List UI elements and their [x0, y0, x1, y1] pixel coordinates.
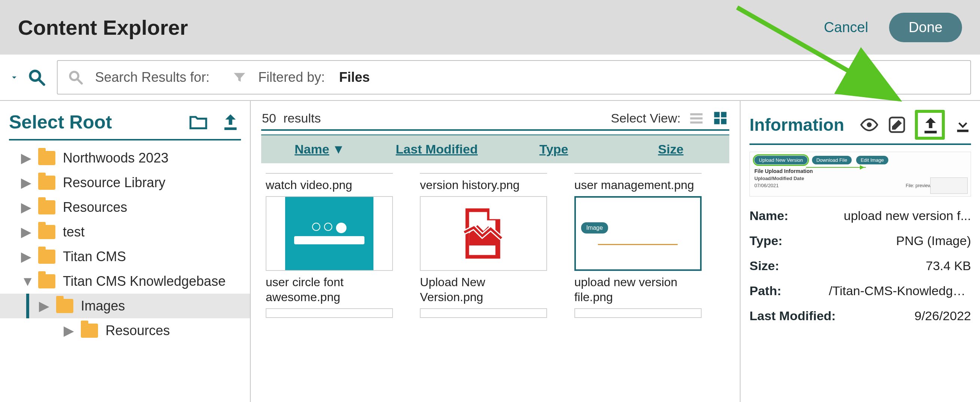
preview-date-label: Upload/Modified Date [754, 176, 804, 181]
file-card[interactable]: user circle font awesome.png [266, 196, 416, 304]
svg-rect-8 [714, 112, 720, 118]
file-thumbnail [266, 308, 393, 318]
expand-icon[interactable]: ▶ [39, 298, 49, 314]
dialog-actions: Cancel Done [824, 13, 962, 42]
new-folder-icon[interactable] [188, 112, 209, 133]
dialog-header: Content Explorer Cancel Done [0, 0, 980, 55]
preview-file-label: File: [906, 183, 915, 188]
file-label: user circle font awesome.png [266, 275, 393, 304]
info-key: Size: [749, 258, 779, 273]
filter-dropdown-caret-icon[interactable] [9, 72, 19, 82]
folder-icon [38, 225, 56, 239]
preview-icon[interactable] [859, 115, 879, 135]
file-label: watch video.png [266, 177, 352, 192]
info-key: Last Modified: [749, 309, 835, 323]
file-thumbnail [574, 308, 702, 318]
tree-item-label: Resource Library [63, 175, 165, 190]
search-icon[interactable] [27, 68, 46, 87]
search-results-label: Search Results for: [95, 70, 210, 85]
svg-rect-7 [690, 122, 703, 123]
dialog-title: Content Explorer [18, 15, 188, 40]
info-row-size: Size: 73.4 KB [749, 253, 971, 279]
file-thumbnail [420, 196, 547, 271]
tree-item-resource-library[interactable]: ▶ Resource Library [0, 170, 250, 195]
expand-icon[interactable]: ▶ [21, 224, 31, 240]
expand-icon[interactable]: ▶ [21, 175, 31, 190]
info-head: Information [741, 101, 980, 144]
column-type[interactable]: Type [495, 142, 612, 157]
results-grid: watch video.png version history.png user… [251, 163, 740, 325]
done-button[interactable]: Done [889, 13, 962, 42]
preview-upload-pill: Upload New Version [754, 156, 808, 165]
tree-item-resources-child[interactable]: ▶ Resources [0, 318, 250, 343]
file-card[interactable]: user management.png [574, 167, 725, 192]
tree-item-label: Titan CMS Knowledgebase [63, 274, 226, 289]
collapse-icon[interactable]: ▼ [21, 274, 31, 289]
results-head: 50 results Select View: [251, 101, 740, 129]
expand-icon[interactable]: ▶ [21, 199, 31, 215]
tree-item-titan-cms[interactable]: ▶ Titan CMS [0, 244, 250, 269]
info-divider [749, 144, 971, 145]
file-card[interactable]: Upload New Version.png [420, 196, 570, 304]
list-view-icon[interactable] [688, 110, 705, 126]
results-count-label: results [283, 111, 321, 125]
info-panel: Information Upload New V [741, 101, 980, 402]
tree-item-test[interactable]: ▶ test [0, 220, 250, 244]
folder-icon [38, 151, 56, 165]
select-view-label: Select View: [611, 111, 681, 125]
grid-view-icon[interactable] [712, 110, 729, 126]
upload-icon[interactable] [220, 112, 241, 133]
info-row-last-modified: Last Modified: 9/26/2022 [749, 303, 971, 328]
file-card[interactable] [266, 308, 416, 318]
search-controls [9, 68, 46, 87]
svg-rect-9 [721, 112, 727, 118]
file-thumbnail [574, 167, 702, 174]
info-action-icons [859, 110, 972, 140]
column-last-modified[interactable]: Last Modified [378, 142, 495, 157]
broken-image-icon [453, 204, 513, 263]
svg-rect-6 [690, 117, 703, 120]
mini-pill: Image [581, 222, 608, 234]
results-count: 50 results [262, 111, 321, 125]
tree-divider [9, 139, 241, 141]
expand-icon[interactable]: ▶ [21, 150, 31, 166]
download-icon[interactable] [953, 115, 972, 135]
file-label: user management.png [574, 177, 694, 192]
tree-item-label: Northwoods 2023 [63, 150, 169, 166]
file-card[interactable] [420, 308, 570, 318]
tree-item-images[interactable]: ▶ Images [0, 294, 250, 318]
search-input[interactable]: Search Results for: Filtered by: Files [57, 60, 971, 95]
folder-icon [38, 200, 56, 214]
file-card[interactable]: Image upload new version file.png [574, 196, 725, 304]
filter-icon[interactable] [232, 70, 247, 85]
results-count-number: 50 [262, 111, 276, 125]
svg-line-1 [39, 80, 44, 85]
upload-new-version-highlight [915, 110, 945, 140]
tree-item-titan-cms-knowledgebase[interactable]: ▼ Titan CMS Knowledgebase [0, 269, 250, 294]
cancel-button[interactable]: Cancel [824, 19, 868, 35]
info-key: Type: [749, 234, 783, 248]
svg-point-12 [867, 123, 872, 127]
info-value: /Titan-CMS-Knowledgebase/... [829, 283, 971, 298]
edit-icon[interactable] [887, 115, 907, 135]
filter-value: Files [339, 70, 370, 85]
file-card[interactable]: version history.png [420, 167, 570, 192]
preview-mini-thumb [930, 177, 968, 194]
column-size[interactable]: Size [612, 142, 729, 157]
svg-rect-14 [924, 131, 937, 133]
expand-icon[interactable]: ▶ [21, 249, 31, 264]
file-card[interactable]: watch video.png [266, 167, 416, 192]
tree-item-resources[interactable]: ▶ Resources [0, 195, 250, 220]
info-value: PNG (Image) [896, 234, 971, 248]
upload-new-version-icon[interactable] [920, 115, 940, 135]
svg-rect-15 [957, 130, 969, 132]
tree-panel-icons [188, 112, 241, 133]
file-card[interactable] [574, 308, 725, 318]
expand-icon[interactable]: ▶ [64, 323, 73, 339]
file-thumbnail [420, 308, 547, 318]
info-value: upload new version f... [844, 209, 971, 223]
tree-item-northwoods-2023[interactable]: ▶ Northwoods 2023 [0, 146, 250, 170]
preview-edit-pill: Edit Image [856, 156, 888, 165]
file-thumbnail [266, 167, 393, 174]
column-name[interactable]: Name▼ [261, 142, 378, 157]
